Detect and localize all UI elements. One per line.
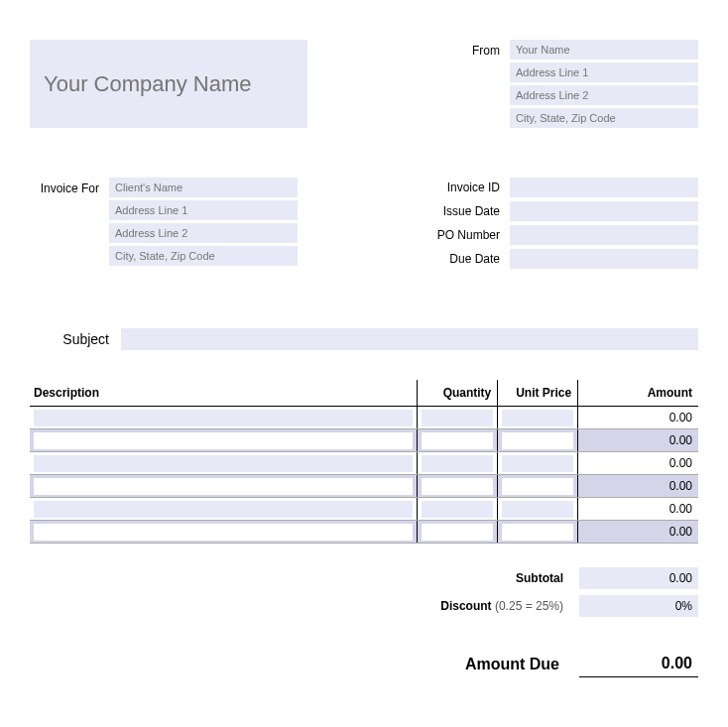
client-name-input[interactable]: [109, 178, 298, 197]
line-amount: 0.00: [669, 525, 692, 539]
subject-input[interactable]: [121, 328, 698, 350]
items-table: Description Quantity Unit Price Amount 0…: [30, 380, 698, 544]
invoice-id-row: Invoice ID: [421, 178, 698, 197]
subject-row: Subject: [30, 328, 698, 350]
subject-label: Subject: [30, 331, 109, 347]
quantity-header: Quantity: [418, 380, 498, 407]
line-amount: 0.00: [669, 433, 692, 447]
qty-input[interactable]: [422, 410, 493, 426]
discount-label: Discount (0.25 = 25%): [440, 599, 563, 613]
due-date-input[interactable]: [510, 249, 698, 269]
amount-due-label: Amount Due: [465, 656, 559, 673]
amount-due-value: 0.00: [579, 651, 698, 677]
line-amount: 0.00: [669, 502, 692, 516]
desc-input[interactable]: [34, 478, 413, 495]
client-addr2-input[interactable]: [109, 223, 298, 243]
discount-value: 0%: [579, 595, 698, 617]
description-header: Description: [30, 380, 418, 407]
invoice-id-input[interactable]: [510, 178, 698, 197]
from-label: From: [465, 40, 500, 128]
from-address-fields: [510, 40, 698, 128]
desc-input[interactable]: [34, 501, 413, 518]
price-input[interactable]: [502, 501, 573, 518]
unit-price-header: Unit Price: [498, 380, 578, 407]
qty-input[interactable]: [422, 478, 493, 495]
qty-input[interactable]: [422, 501, 493, 518]
table-header-row: Description Quantity Unit Price Amount: [30, 380, 698, 407]
amount-due-row: Amount Due 0.00: [381, 651, 698, 677]
qty-input[interactable]: [422, 524, 493, 541]
table-row: 0.00: [30, 429, 698, 452]
client-address-fields: [109, 178, 298, 269]
subtotal-label: Subtotal: [516, 571, 563, 585]
due-date-label: Due Date: [421, 252, 500, 266]
mid-row: Invoice For Invoice ID Issue Date PO Num…: [30, 178, 698, 269]
price-input[interactable]: [502, 455, 573, 472]
line-amount: 0.00: [669, 411, 692, 424]
table-row: 0.00: [30, 475, 698, 498]
po-number-input[interactable]: [510, 225, 698, 245]
line-amount: 0.00: [669, 456, 692, 470]
discount-label-text: Discount: [440, 599, 491, 613]
table-row: 0.00: [30, 498, 698, 521]
issue-date-row: Issue Date: [421, 201, 698, 221]
subtotal-value: 0.00: [579, 567, 698, 589]
from-block: From: [465, 40, 698, 128]
line-amount: 0.00: [669, 479, 692, 493]
invoice-for-label: Invoice For: [30, 178, 99, 269]
invoice-id-label: Invoice ID: [421, 181, 500, 194]
price-input[interactable]: [502, 410, 573, 426]
amount-header: Amount: [578, 380, 698, 407]
price-input[interactable]: [502, 432, 573, 449]
issue-date-input[interactable]: [510, 201, 698, 221]
client-city-input[interactable]: [109, 246, 298, 266]
due-date-row: Due Date: [421, 249, 698, 269]
subtotal-row: Subtotal 0.00: [381, 567, 698, 589]
discount-hint: (0.25 = 25%): [495, 599, 563, 613]
desc-input[interactable]: [34, 432, 413, 449]
qty-input[interactable]: [422, 455, 493, 472]
po-number-row: PO Number: [421, 225, 698, 245]
invoice-meta-block: Invoice ID Issue Date PO Number Due Date: [421, 178, 698, 269]
from-city-input[interactable]: [510, 108, 698, 128]
qty-input[interactable]: [422, 432, 493, 449]
discount-row: Discount (0.25 = 25%) 0%: [381, 595, 698, 617]
desc-input[interactable]: [34, 455, 413, 472]
desc-input[interactable]: [34, 524, 413, 541]
from-addr2-input[interactable]: [510, 85, 698, 105]
header-row: From: [30, 40, 698, 128]
from-addr1-input[interactable]: [510, 62, 698, 82]
table-row: 0.00: [30, 407, 698, 429]
totals-section: Subtotal 0.00 Discount (0.25 = 25%) 0% A…: [30, 567, 698, 677]
company-name-input[interactable]: [30, 40, 307, 128]
desc-input[interactable]: [34, 410, 413, 426]
po-number-label: PO Number: [421, 228, 500, 242]
issue-date-label: Issue Date: [421, 204, 500, 218]
price-input[interactable]: [502, 478, 573, 495]
from-name-input[interactable]: [510, 40, 698, 60]
price-input[interactable]: [502, 524, 573, 541]
client-addr1-input[interactable]: [109, 200, 298, 220]
table-row: 0.00: [30, 452, 698, 475]
table-row: 0.00: [30, 521, 698, 544]
invoice-for-block: Invoice For: [30, 178, 298, 269]
